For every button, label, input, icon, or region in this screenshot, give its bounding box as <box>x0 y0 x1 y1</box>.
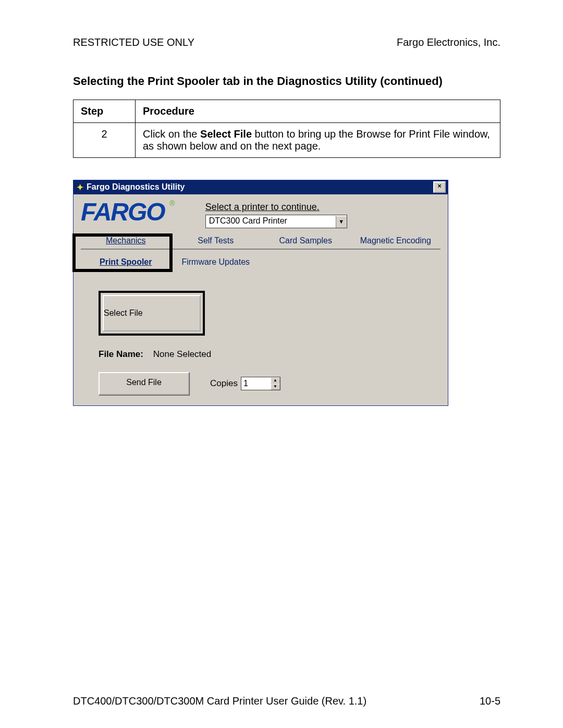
tab-card-samples[interactable]: Card Samples <box>261 235 351 250</box>
chevron-down-icon[interactable]: ▼ <box>336 215 347 228</box>
col-step: Step <box>74 100 136 123</box>
section-title: Selecting the Print Spooler tab in the D… <box>73 75 500 88</box>
close-button[interactable]: × <box>433 181 446 193</box>
tab-self-tests[interactable]: Self Tests <box>171 235 261 250</box>
app-icon: ✦ <box>77 182 83 192</box>
footer-guide: DTC400/DTC300/DTC300M Card Printer User … <box>73 695 366 707</box>
send-file-button[interactable]: Send File <box>99 372 189 395</box>
step-procedure-table: Step Procedure 2 Click on the Select Fil… <box>73 100 500 158</box>
copies-spinner[interactable]: ▲ ▼ <box>241 377 280 390</box>
footer-page: 10-5 <box>480 695 500 707</box>
tab-magnetic-encoding[interactable]: Magnetic Encoding <box>351 235 441 250</box>
spinner-up-icon[interactable]: ▲ <box>271 377 280 384</box>
tab-self-tests-label: Self Tests <box>198 236 234 245</box>
tab-firmware-updates[interactable]: Firmware Updates <box>171 256 261 270</box>
proc-text-pre: Click on the <box>143 128 200 140</box>
tab-mechanics[interactable]: Mechanics <box>81 235 171 250</box>
header-restricted: RESTRICTED USE ONLY <box>73 36 194 48</box>
window-titlebar: ✦ Fargo Diagnostics Utility × <box>74 180 448 194</box>
printer-combobox-value: DTC300 Card Printer <box>206 215 336 228</box>
proc-text-bold: Select File <box>200 128 252 140</box>
window-title: Fargo Diagnostics Utility <box>87 182 433 192</box>
diagnostics-window: ✦ Fargo Diagnostics Utility × FARGO® Sel… <box>73 180 448 406</box>
header-company: Fargo Electronics, Inc. <box>397 36 500 48</box>
col-procedure: Procedure <box>136 100 500 123</box>
tab-mechanics-label: Mechanics <box>106 236 145 245</box>
select-file-button-label: Select File <box>103 295 201 331</box>
step-number: 2 <box>74 123 136 158</box>
procedure-cell: Click on the Select File button to bring… <box>136 123 500 158</box>
select-printer-prompt: Select a printer to continue. <box>205 202 347 213</box>
copies-label: Copies <box>210 378 238 389</box>
spinner-down-icon[interactable]: ▼ <box>271 384 280 390</box>
send-file-button-label: Send File <box>126 378 162 387</box>
copies-input[interactable] <box>241 377 271 390</box>
tab-card-samples-label: Card Samples <box>279 236 332 245</box>
tab-firmware-label: Firmware Updates <box>181 257 250 266</box>
tab-print-spooler[interactable]: Print Spooler <box>81 256 171 270</box>
tab-magnetic-label: Magnetic Encoding <box>360 236 431 245</box>
fargo-logo: FARGO® <box>81 200 174 225</box>
select-file-button[interactable]: Select File <box>99 291 205 336</box>
file-name-label: File Name: <box>99 349 143 359</box>
close-icon: × <box>437 182 442 190</box>
logo-text: FARGO <box>81 198 165 226</box>
tab-print-spooler-label: Print Spooler <box>100 257 152 266</box>
registered-icon: ® <box>169 200 174 207</box>
file-name-value: None Selected <box>153 349 212 359</box>
printer-combobox[interactable]: DTC300 Card Printer ▼ <box>205 215 347 228</box>
